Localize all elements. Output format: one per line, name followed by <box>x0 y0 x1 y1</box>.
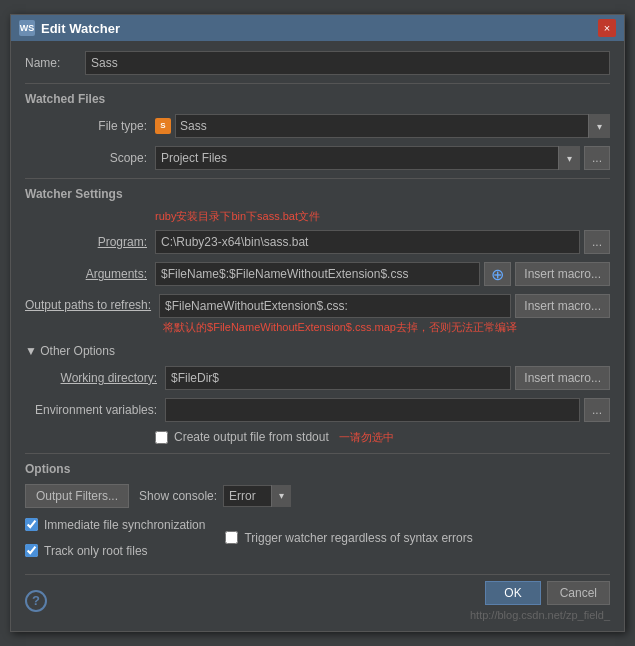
right-checkboxes: Trigger watcher regardless of syntax err… <box>225 518 472 564</box>
app-icon: WS <box>19 20 35 36</box>
track-root-checkbox[interactable] <box>25 544 38 557</box>
filetype-select[interactable]: Sass <box>175 114 610 138</box>
program-label: Program: <box>25 235 155 249</box>
create-output-annotation: 一请勿选中 <box>339 430 394 445</box>
dialog-body: Name: Watched Files File type: S Sass ▾ … <box>11 41 624 630</box>
bottom-bar: ? OK Cancel http://blog.csdn.net/zp_fiel… <box>25 574 610 621</box>
scope-select-wrapper: Project Files Current File ▾ <box>155 146 580 170</box>
filetype-icon: S <box>155 118 171 134</box>
env-var-label: Environment variables: <box>35 403 165 417</box>
annotation-output: 将默认的$FileNameWithoutExtension$.css.map去掉… <box>163 320 610 335</box>
track-root-label: Track only root files <box>44 544 148 558</box>
track-root-row: Track only root files <box>25 544 205 558</box>
name-row: Name: <box>25 51 610 75</box>
trigger-regardless-checkbox[interactable] <box>225 531 238 544</box>
scope-dots-button[interactable]: ... <box>584 146 610 170</box>
checkboxes-section: Immediate file synchronization Track onl… <box>25 518 610 564</box>
ok-button[interactable]: OK <box>485 581 540 605</box>
program-input[interactable] <box>155 230 580 254</box>
output-paths-input[interactable] <box>159 294 511 318</box>
working-dir-insert-button[interactable]: Insert macro... <box>515 366 610 390</box>
watched-files-section-title: Watched Files <box>25 92 610 106</box>
program-row: Program: ... <box>25 230 610 254</box>
arguments-input[interactable] <box>155 262 480 286</box>
output-paths-insert-button[interactable]: Insert macro... <box>515 294 610 318</box>
working-dir-row: Working directory: Insert macro... <box>35 366 610 390</box>
env-var-input[interactable] <box>165 398 580 422</box>
program-dots-button[interactable]: ... <box>584 230 610 254</box>
title-bar: WS Edit Watcher × <box>11 15 624 41</box>
name-input[interactable] <box>85 51 610 75</box>
help-button[interactable]: ? <box>25 590 47 612</box>
console-select[interactable]: Error Always Never <box>223 485 291 507</box>
filetype-select-wrapper: S Sass ▾ <box>155 114 610 138</box>
scope-select[interactable]: Project Files Current File <box>155 146 580 170</box>
working-dir-input[interactable] <box>165 366 511 390</box>
scope-label: Scope: <box>25 151 155 165</box>
bottom-right: OK Cancel http://blog.csdn.net/zp_field_ <box>470 581 610 621</box>
dialog-title: Edit Watcher <box>41 21 120 36</box>
watermark: http://blog.csdn.net/zp_field_ <box>470 609 610 621</box>
create-output-label: Create output file from stdout <box>174 430 329 444</box>
scope-row: Scope: Project Files Current File ▾ ... <box>25 146 610 170</box>
console-select-wrapper: Error Always Never ▾ <box>223 485 291 507</box>
create-output-row: Create output file from stdout 一请勿选中 <box>155 430 610 445</box>
close-button[interactable]: × <box>598 19 616 37</box>
trigger-regardless-row: Trigger watcher regardless of syntax err… <box>225 531 472 545</box>
create-output-checkbox[interactable] <box>155 431 168 444</box>
filetype-row: File type: S Sass ▾ <box>25 114 610 138</box>
watcher-settings-title: Watcher Settings <box>25 187 610 201</box>
arguments-label: Arguments: <box>25 267 155 281</box>
arguments-plus-button[interactable]: ⊕ <box>484 262 511 286</box>
bottom-buttons: OK Cancel <box>485 581 610 605</box>
env-var-row: Environment variables: ... <box>35 398 610 422</box>
title-bar-left: WS Edit Watcher <box>19 20 120 36</box>
other-options-header[interactable]: ▼ Other Options <box>25 344 610 358</box>
left-checkboxes: Immediate file synchronization Track onl… <box>25 518 205 564</box>
options-section-title: Options <box>25 462 610 476</box>
output-filters-button[interactable]: Output Filters... <box>25 484 129 508</box>
immediate-sync-checkbox[interactable] <box>25 518 38 531</box>
trigger-regardless-label: Trigger watcher regardless of syntax err… <box>244 531 472 545</box>
output-paths-label: Output paths to refresh: <box>25 294 159 312</box>
show-console-row: Show console: Error Always Never ▾ <box>139 485 291 507</box>
edit-watcher-dialog: WS Edit Watcher × Name: Watched Files Fi… <box>10 14 625 631</box>
name-label: Name: <box>25 56 85 70</box>
working-dir-label: Working directory: <box>35 371 165 385</box>
env-var-dots-button[interactable]: ... <box>584 398 610 422</box>
other-options-label: ▼ Other Options <box>25 344 115 358</box>
filetype-label: File type: <box>25 119 155 133</box>
immediate-sync-row: Immediate file synchronization <box>25 518 205 532</box>
arguments-insert-button[interactable]: Insert macro... <box>515 262 610 286</box>
arguments-row: Arguments: ⊕ Insert macro... <box>25 262 610 286</box>
show-console-label: Show console: <box>139 489 217 503</box>
annotation-program: ruby安装目录下bin下sass.bat文件 <box>155 209 610 224</box>
options-bar: Output Filters... Show console: Error Al… <box>25 484 610 508</box>
cancel-button[interactable]: Cancel <box>547 581 610 605</box>
immediate-sync-label: Immediate file synchronization <box>44 518 205 532</box>
output-paths-row: Output paths to refresh: Insert macro...… <box>25 294 610 335</box>
